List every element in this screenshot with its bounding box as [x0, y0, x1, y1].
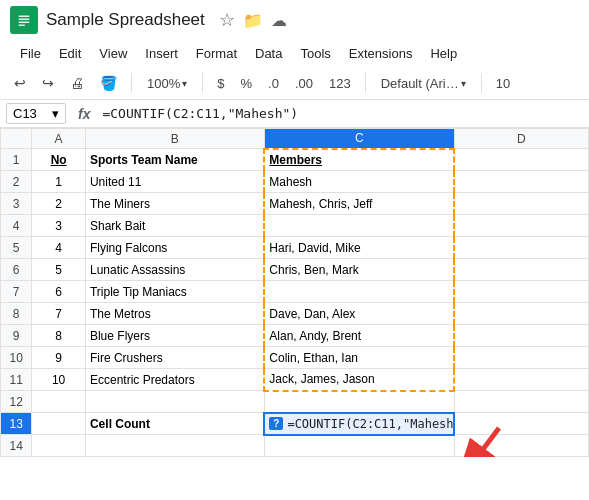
- cell-a12[interactable]: [32, 391, 86, 413]
- print-button[interactable]: 🖨: [64, 71, 90, 95]
- paint-format-button[interactable]: 🪣: [94, 71, 123, 95]
- cloud-icon[interactable]: ☁: [271, 11, 287, 30]
- cell-b8[interactable]: The Metros: [85, 303, 264, 325]
- cell-a14[interactable]: [32, 435, 86, 457]
- cell-d2[interactable]: [454, 171, 588, 193]
- cell-b14[interactable]: [85, 435, 264, 457]
- cell-a10[interactable]: 9: [32, 347, 86, 369]
- menu-view[interactable]: View: [91, 42, 135, 65]
- col-header-c[interactable]: C: [264, 129, 454, 149]
- cell-b7[interactable]: Triple Tip Maniacs: [85, 281, 264, 303]
- col-header-b[interactable]: B: [85, 129, 264, 149]
- cell-a13[interactable]: [32, 413, 86, 435]
- cell-c8[interactable]: Dave, Dan, Alex: [264, 303, 454, 325]
- cell-c5[interactable]: Hari, David, Mike: [264, 237, 454, 259]
- cell-a8[interactable]: 7: [32, 303, 86, 325]
- cell-a5[interactable]: 4: [32, 237, 86, 259]
- cell-d4[interactable]: [454, 215, 588, 237]
- menu-insert[interactable]: Insert: [137, 42, 186, 65]
- zoom-value: 100%: [147, 76, 180, 91]
- document-title: Sample Spreadsheet: [46, 10, 205, 30]
- star-icon[interactable]: ☆: [219, 9, 235, 31]
- cell-c14[interactable]: [264, 435, 454, 457]
- cell-d7[interactable]: [454, 281, 588, 303]
- font-size[interactable]: 10: [490, 74, 516, 93]
- cell-d13[interactable]: [454, 413, 588, 435]
- cell-b6[interactable]: Lunatic Assassins: [85, 259, 264, 281]
- cell-c10[interactable]: Colin, Ethan, Ian: [264, 347, 454, 369]
- font-selector[interactable]: Default (Ari… ▾: [374, 73, 473, 94]
- cell-d12[interactable]: [454, 391, 588, 413]
- decimal2-button[interactable]: .00: [289, 74, 319, 93]
- cell-d10[interactable]: [454, 347, 588, 369]
- cell-reference-box[interactable]: C13 ▾: [6, 103, 66, 124]
- cell-a11[interactable]: 10: [32, 369, 86, 391]
- cell-a7[interactable]: 6: [32, 281, 86, 303]
- cell-a3[interactable]: 2: [32, 193, 86, 215]
- cell-a9[interactable]: 8: [32, 325, 86, 347]
- cell-d1[interactable]: [454, 149, 588, 171]
- cell-d14[interactable]: [454, 435, 588, 457]
- cell-c13[interactable]: ? =COUNTIF(C2:C11,"Mahesh"): [264, 413, 454, 435]
- table-row: 9 8 Blue Flyers Alan, Andy, Brent: [1, 325, 589, 347]
- cell-c11[interactable]: Jack, James, Jason: [264, 369, 454, 391]
- cell-b2[interactable]: United 11: [85, 171, 264, 193]
- cell-b13[interactable]: Cell Count: [85, 413, 264, 435]
- cell-b11[interactable]: Eccentric Predators: [85, 369, 264, 391]
- cell-c1[interactable]: Members: [264, 149, 454, 171]
- cell-d3[interactable]: [454, 193, 588, 215]
- table-row: 14: [1, 435, 589, 457]
- more-formats-button[interactable]: 123: [323, 74, 357, 93]
- menu-format[interactable]: Format: [188, 42, 245, 65]
- row-header-1: 1: [1, 149, 32, 171]
- zoom-selector[interactable]: 100% ▾: [140, 73, 194, 94]
- cell-a1[interactable]: No: [32, 149, 86, 171]
- cell-d6[interactable]: [454, 259, 588, 281]
- cell-d8[interactable]: [454, 303, 588, 325]
- row-header-14: 14: [1, 435, 32, 457]
- cell-a2[interactable]: 1: [32, 171, 86, 193]
- currency-button[interactable]: $: [211, 74, 230, 93]
- cell-b12[interactable]: [85, 391, 264, 413]
- menu-file[interactable]: File: [12, 42, 49, 65]
- svg-rect-1: [19, 16, 30, 18]
- cell-d9[interactable]: [454, 325, 588, 347]
- decimal1-button[interactable]: .0: [262, 74, 285, 93]
- cell-c6[interactable]: Chris, Ben, Mark: [264, 259, 454, 281]
- cell-c3[interactable]: Mahesh, Chris, Jeff: [264, 193, 454, 215]
- cell-b9[interactable]: Blue Flyers: [85, 325, 264, 347]
- cell-c9[interactable]: Alan, Andy, Brent: [264, 325, 454, 347]
- toolbar-separator-3: [365, 73, 366, 93]
- redo-button[interactable]: ↪: [36, 71, 60, 95]
- toolbar-separator-1: [131, 73, 132, 93]
- percent-button[interactable]: %: [234, 74, 258, 93]
- title-actions[interactable]: ☆ 📁 ☁: [219, 9, 287, 31]
- cell-b5[interactable]: Flying Falcons: [85, 237, 264, 259]
- col-header-a[interactable]: A: [32, 129, 86, 149]
- cell-a6[interactable]: 5: [32, 259, 86, 281]
- menu-bar: File Edit View Insert Format Data Tools …: [0, 40, 589, 67]
- folder-icon[interactable]: 📁: [243, 11, 263, 30]
- cell-c2[interactable]: Mahesh: [264, 171, 454, 193]
- undo-button[interactable]: ↩: [8, 71, 32, 95]
- row-header-3: 3: [1, 193, 32, 215]
- cell-b4[interactable]: Shark Bait: [85, 215, 264, 237]
- cell-c12[interactable]: [264, 391, 454, 413]
- cell-ref-caret: ▾: [52, 106, 59, 121]
- menu-extensions[interactable]: Extensions: [341, 42, 421, 65]
- cell-b3[interactable]: The Miners: [85, 193, 264, 215]
- cell-a4[interactable]: 3: [32, 215, 86, 237]
- cell-c4[interactable]: [264, 215, 454, 237]
- cell-b1[interactable]: Sports Team Name: [85, 149, 264, 171]
- row-header-11: 11: [1, 369, 32, 391]
- cell-d11[interactable]: [454, 369, 588, 391]
- formula-input[interactable]: [102, 106, 583, 121]
- cell-b10[interactable]: Fire Crushers: [85, 347, 264, 369]
- menu-help[interactable]: Help: [422, 42, 465, 65]
- cell-d5[interactable]: [454, 237, 588, 259]
- col-header-d[interactable]: D: [454, 129, 588, 149]
- menu-data[interactable]: Data: [247, 42, 290, 65]
- menu-edit[interactable]: Edit: [51, 42, 89, 65]
- menu-tools[interactable]: Tools: [292, 42, 338, 65]
- cell-c7[interactable]: [264, 281, 454, 303]
